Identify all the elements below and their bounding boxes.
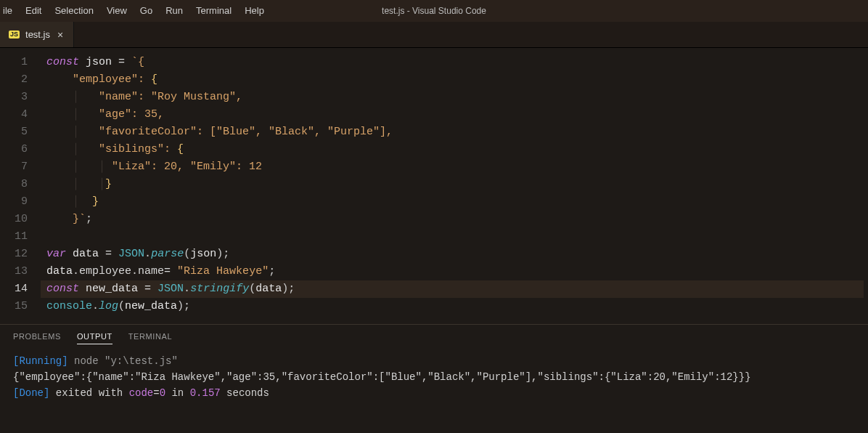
code-line[interactable]: var data = JSON.parse(json); <box>41 246 868 263</box>
code-line[interactable] <box>41 228 868 246</box>
output-line: [Done] exited with code=0 in 0.157 secon… <box>13 385 855 401</box>
code-line[interactable]: │ "siblings": { <box>41 141 868 158</box>
menu-terminal[interactable]: Terminal <box>189 0 238 22</box>
code-line[interactable]: console.log(new_data); <box>41 298 868 315</box>
line-number: 14 <box>0 280 28 298</box>
menu-ile[interactable]: ile <box>0 0 19 22</box>
line-number: 6 <box>0 141 28 158</box>
code-line[interactable]: │ "age": 35, <box>41 106 868 124</box>
panel-tab-output[interactable]: OUTPUT <box>77 332 112 344</box>
code-line[interactable]: data.employee.name= "Riza Hawkeye"; <box>41 263 868 280</box>
code-line[interactable]: }`; <box>41 211 868 228</box>
code-line[interactable]: "employee": { <box>41 71 868 89</box>
line-number: 8 <box>0 176 28 193</box>
code-line[interactable]: │ } <box>41 193 868 211</box>
line-number: 13 <box>0 263 28 280</box>
line-number: 5 <box>0 124 28 141</box>
code-line[interactable]: │ │ "Liza": 20, "Emily": 12 <box>41 158 868 176</box>
line-number: 1 <box>0 54 28 71</box>
output-line: [Running] node "y:\test.js" <box>13 353 855 369</box>
menubar: ileEditSelectionViewGoRunTerminalHelp te… <box>0 0 868 22</box>
line-number: 7 <box>0 158 28 176</box>
js-file-icon: JS <box>9 31 20 39</box>
line-number: 4 <box>0 106 28 124</box>
line-number: 10 <box>0 211 28 228</box>
panel-tab-problems[interactable]: PROBLEMS <box>13 332 61 344</box>
tab-bar: JS test.js × <box>0 22 868 48</box>
panel-tabs: PROBLEMSOUTPUTTERMINAL <box>0 325 868 350</box>
menu-run[interactable]: Run <box>159 0 189 22</box>
code-line[interactable]: │ "favoriteColor": ["Blue", "Black", "Pu… <box>41 124 868 141</box>
line-number: 2 <box>0 71 28 89</box>
menu-selection[interactable]: Selection <box>48 0 99 22</box>
line-number: 9 <box>0 193 28 211</box>
line-number: 12 <box>0 246 28 263</box>
code-area[interactable]: const json = `{ "employee": { │ "name": … <box>41 48 868 324</box>
menu-help[interactable]: Help <box>238 0 271 22</box>
menu-edit[interactable]: Edit <box>19 0 48 22</box>
code-line[interactable]: │ │} <box>41 176 868 193</box>
code-line[interactable]: const json = `{ <box>41 54 868 71</box>
tab-label: test.js <box>25 29 50 40</box>
panel-tab-terminal[interactable]: TERMINAL <box>128 332 172 344</box>
line-number-gutter: 123456789101112131415 <box>0 48 41 324</box>
line-number: 15 <box>0 298 28 315</box>
menu-go[interactable]: Go <box>134 0 159 22</box>
bottom-panel: PROBLEMSOUTPUTTERMINAL [Running] node "y… <box>0 324 868 433</box>
close-icon[interactable]: × <box>56 28 65 41</box>
line-number: 3 <box>0 89 28 106</box>
output-body[interactable]: [Running] node "y:\test.js"{"employee":{… <box>0 350 868 404</box>
code-line[interactable]: │ "name": "Roy Mustang", <box>41 89 868 106</box>
editor[interactable]: 123456789101112131415 const json = `{ "e… <box>0 48 868 324</box>
menu-view[interactable]: View <box>100 0 134 22</box>
code-line[interactable]: const new_data = JSON.stringify(data); <box>41 280 864 298</box>
line-number: 11 <box>0 228 28 246</box>
output-line: {"employee":{"name":"Riza Hawkeye","age"… <box>13 369 855 385</box>
tab-test-js[interactable]: JS test.js × <box>0 22 74 47</box>
